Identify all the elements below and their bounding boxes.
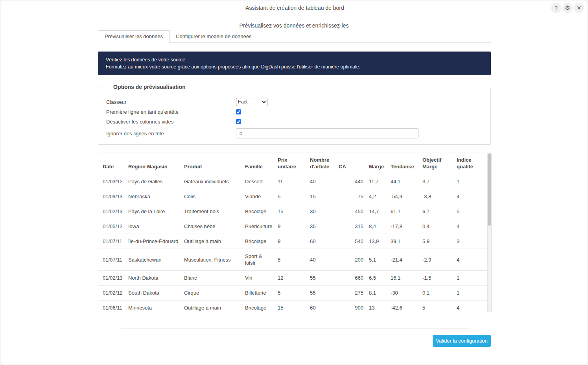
table-cell: Gâteaux individuels xyxy=(184,174,245,189)
table-cell: 440 xyxy=(339,174,363,189)
preview-options-legend: Options de prévisualisation xyxy=(110,84,189,90)
table-cell: 15,1 xyxy=(385,271,417,286)
table-cell: 13,9 xyxy=(363,234,385,249)
column-header-indice-qualite: Indice qualité xyxy=(451,153,487,174)
table-cell: Billetterie xyxy=(245,286,278,300)
table-cell: Île-du-Prince-Édouard xyxy=(128,234,184,249)
classeur-row: Classeur Fact xyxy=(106,97,490,107)
table-row: 01/02/12South DakotaCirqueBilletterie555… xyxy=(98,286,487,300)
data-preview-table-wrap: Date Région Magasin Produit Famille Prix… xyxy=(98,153,491,315)
table-cell: 1 xyxy=(451,286,487,300)
table-cell: 01/07/11 xyxy=(98,249,128,271)
column-header-famille: Famille xyxy=(245,153,278,174)
table-cell: 55 xyxy=(310,271,339,286)
table-cell: 40 xyxy=(310,249,339,271)
table-cell: Musculation, Fitness xyxy=(184,249,245,271)
table-cell: 540 xyxy=(339,234,363,249)
table-cell: -30 xyxy=(385,286,417,300)
table-cell: 8,4 xyxy=(363,219,385,234)
table-cell: 660 xyxy=(339,271,363,286)
table-cell: 39,1 xyxy=(385,234,417,249)
table-cell: Pays de Galles xyxy=(128,174,184,189)
table-cell: 4 xyxy=(451,249,487,271)
table-cell: 60 xyxy=(310,234,339,249)
help-button[interactable]: ? xyxy=(551,3,561,13)
table-cell: 01/07/11 xyxy=(98,234,128,249)
table-cell: 55 xyxy=(310,286,339,300)
settings-button[interactable]: ⚙ xyxy=(562,3,573,13)
table-cell: 15 xyxy=(278,300,310,315)
table-cell: Sport & loisir xyxy=(245,249,278,271)
table-cell: 4 xyxy=(451,189,487,204)
table-cell: 5,9 xyxy=(417,234,451,249)
table-cell: 3 xyxy=(451,234,487,249)
table-cell: 11,7 xyxy=(363,174,385,189)
table-scrollbar-thumb[interactable] xyxy=(488,153,491,226)
table-cell: 9 xyxy=(278,219,310,234)
column-header-date: Date xyxy=(98,153,128,174)
close-icon: ✕ xyxy=(577,5,581,11)
table-cell: Minnesota xyxy=(128,300,184,315)
window-controls: ? ⚙ ✕ xyxy=(551,3,584,13)
tab-configurer-le-modele[interactable]: Configurer le modèle de données xyxy=(170,31,258,42)
classeur-label: Classeur xyxy=(106,99,236,105)
table-cell: 1 xyxy=(451,271,487,286)
column-header-tendance: Tendance xyxy=(385,153,417,174)
table-cell: 1 xyxy=(451,174,487,189)
notice-line-2: Formatez au mieux votre source grâce aux… xyxy=(106,63,483,70)
close-button[interactable]: ✕ xyxy=(574,3,584,13)
tab-previsualiser-les-donnees[interactable]: Prévisualiser les données xyxy=(98,30,170,43)
table-cell: 11 xyxy=(278,174,310,189)
table-cell: 900 xyxy=(339,300,363,315)
preview-options-fieldset: Options de prévisualisation Classeur Fac… xyxy=(98,84,491,145)
table-cell: 3,7 xyxy=(417,174,451,189)
table-cell: Traitement bois xyxy=(184,204,245,219)
table-cell: 5 xyxy=(278,286,310,300)
table-cell: 5,1 xyxy=(363,249,385,271)
table-cell: 15 xyxy=(310,189,339,204)
disable-empty-columns-checkbox[interactable] xyxy=(236,119,241,124)
table-cell: 5 xyxy=(278,249,310,271)
skip-lines-input[interactable] xyxy=(236,128,418,138)
table-scrollbar[interactable] xyxy=(487,153,492,312)
table-cell: 0,1 xyxy=(417,286,451,300)
table-cell: Pays de la Loire xyxy=(128,204,184,219)
header-row-option: Première ligne en tant qu'entête xyxy=(106,107,490,116)
table-cell: 40 xyxy=(310,174,339,189)
column-header-ca: CA xyxy=(339,153,363,174)
validate-configuration-button[interactable]: Valider la configuration xyxy=(433,335,491,347)
table-cell: 61,1 xyxy=(385,204,417,219)
header-row-checkbox[interactable] xyxy=(236,109,241,114)
classeur-select[interactable]: Fact xyxy=(236,98,267,106)
data-preview-table: Date Région Magasin Produit Famille Prix… xyxy=(98,153,487,315)
gear-icon: ⚙ xyxy=(565,4,570,11)
table-cell: 01/06/11 xyxy=(98,300,128,315)
table-cell: 01/02/12 xyxy=(98,286,128,300)
table-cell: South Dakota xyxy=(128,286,184,300)
skip-lines-row: Ignorer des lignes en tête : xyxy=(106,128,490,138)
table-row: 01/03/12Pays de GallesGâteaux individuel… xyxy=(98,174,487,189)
table-cell: 14,7 xyxy=(363,204,385,219)
skip-lines-label: Ignorer des lignes en tête : xyxy=(106,131,236,136)
table-cell: Bricolage xyxy=(245,300,278,315)
table-cell: Puériculture xyxy=(245,219,278,234)
table-cell: 60 xyxy=(310,300,339,315)
table-cell: -2,9 xyxy=(417,249,451,271)
table-row: 01/02/13Pays de la LoireTraitement boisB… xyxy=(98,204,487,219)
table-cell: Blanc xyxy=(184,271,245,286)
column-header-marge: Marge xyxy=(363,153,385,174)
notice-line-1: Vérifiez les données de votre source. xyxy=(106,56,483,63)
column-header-region-magasin: Région Magasin xyxy=(128,153,184,174)
table-cell: 15 xyxy=(278,204,310,219)
table-cell: 01/02/13 xyxy=(98,204,128,219)
source-notice: Vérifiez les données de votre source. Fo… xyxy=(98,52,491,75)
table-cell: 01/05/12 xyxy=(98,219,128,234)
table-cell: -54,9 xyxy=(385,189,417,204)
table-cell: -1,5 xyxy=(417,271,451,286)
table-cell: -21,4 xyxy=(385,249,417,271)
table-cell: 6,5 xyxy=(363,271,385,286)
table-row: 01/02/13North DakotaBlancVin12556606,515… xyxy=(98,271,487,286)
table-row: 01/09/13NebraskaColisViande515754,2-54,9… xyxy=(98,189,487,204)
table-header-row: Date Région Magasin Produit Famille Prix… xyxy=(98,153,487,174)
table-cell: 5 xyxy=(278,189,310,204)
